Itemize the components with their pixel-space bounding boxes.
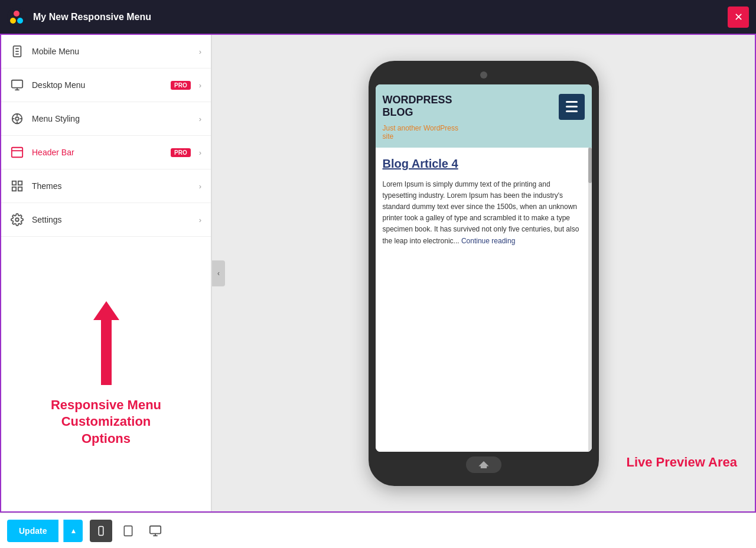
app-logo bbox=[7, 8, 26, 27]
sidebar-item-label: Themes bbox=[32, 181, 191, 191]
themes-icon bbox=[11, 180, 24, 193]
pro-badge: PRO bbox=[171, 81, 191, 90]
sidebar-item-menu-styling[interactable]: Menu Styling › bbox=[1, 102, 211, 136]
wp-header: WORDPRESS BLOG Just another WordPress si… bbox=[376, 84, 592, 148]
live-preview-label: Live Preview Area bbox=[626, 455, 737, 470]
phone-screen: WORDPRESS BLOG Just another WordPress si… bbox=[376, 84, 592, 452]
tablet-view-button[interactable] bbox=[117, 520, 139, 542]
hamburger-menu-button[interactable] bbox=[559, 94, 585, 120]
sidebar-item-themes[interactable]: Themes › bbox=[1, 169, 211, 203]
sidebar: Mobile Menu › Desktop Menu PRO › bbox=[1, 35, 212, 511]
svg-rect-28 bbox=[150, 526, 161, 533]
chevron-icon: › bbox=[199, 216, 201, 224]
app-title: My New Responsive Menu bbox=[33, 12, 721, 22]
update-arrow-button[interactable]: ▲ bbox=[63, 520, 83, 542]
svg-rect-8 bbox=[12, 80, 22, 88]
sidebar-item-header-bar[interactable]: Header Bar PRO › bbox=[1, 136, 211, 169]
phone-mockup: WORDPRESS BLOG Just another WordPress si… bbox=[369, 61, 599, 486]
sidebar-item-label: Header Bar bbox=[32, 148, 159, 157]
hamburger-line bbox=[566, 101, 578, 103]
pro-badge: PRO bbox=[171, 148, 191, 157]
sidebar-item-label: Settings bbox=[32, 215, 191, 224]
wp-site-title: WORDPRESS BLOG bbox=[383, 94, 459, 119]
chevron-icon: › bbox=[199, 182, 201, 191]
wp-article-content: Blog Article 4 Lorem Ipsum is simply dum… bbox=[376, 148, 592, 452]
continue-reading-link[interactable]: Continue reading bbox=[461, 237, 515, 245]
close-button[interactable]: ✕ bbox=[728, 6, 749, 28]
wp-tagline: Just another WordPress site bbox=[383, 124, 459, 141]
svg-point-3 bbox=[17, 18, 23, 24]
svg-rect-19 bbox=[12, 181, 16, 185]
svg-point-23 bbox=[15, 218, 19, 221]
hamburger-lines bbox=[566, 101, 578, 112]
svg-point-1 bbox=[14, 11, 19, 17]
phone-home-bar bbox=[466, 456, 501, 473]
sidebar-bottom: Responsive Menu Customization Options bbox=[1, 237, 211, 511]
wp-article-body: Lorem Ipsum is simply dummy text of the … bbox=[383, 179, 585, 247]
arrow-wrapper bbox=[93, 301, 119, 385]
svg-rect-24 bbox=[99, 526, 104, 535]
top-bar: My New Responsive Menu ✕ bbox=[0, 0, 756, 34]
desktop-view-button[interactable] bbox=[144, 520, 167, 542]
wp-site-info: WORDPRESS BLOG Just another WordPress si… bbox=[383, 94, 459, 141]
customization-text: Responsive Menu Customization Options bbox=[51, 397, 161, 448]
mobile-view-button[interactable] bbox=[90, 520, 112, 542]
chevron-icon: › bbox=[199, 47, 201, 56]
svg-point-0 bbox=[7, 8, 26, 27]
svg-rect-22 bbox=[18, 187, 22, 191]
chevron-icon: › bbox=[199, 115, 201, 123]
svg-point-2 bbox=[10, 18, 16, 24]
wp-content-wrapper: Blog Article 4 Lorem Ipsum is simply dum… bbox=[376, 148, 592, 452]
update-button[interactable]: Update bbox=[7, 520, 58, 542]
arrow-shaft bbox=[101, 320, 112, 385]
sidebar-item-label: Mobile Menu bbox=[32, 47, 191, 56]
collapse-sidebar-button[interactable]: ‹ bbox=[212, 260, 225, 286]
sidebar-item-label: Menu Styling bbox=[32, 114, 191, 123]
scroll-thumb bbox=[588, 148, 592, 183]
desktop-menu-icon bbox=[11, 79, 24, 92]
svg-rect-17 bbox=[12, 148, 22, 158]
chevron-icon: › bbox=[199, 81, 201, 90]
svg-rect-21 bbox=[12, 187, 16, 191]
footer-bar: Update ▲ bbox=[0, 513, 756, 548]
sidebar-item-label: Desktop Menu bbox=[32, 80, 159, 90]
scrollbar[interactable] bbox=[588, 148, 592, 452]
chevron-icon: › bbox=[199, 148, 201, 157]
sidebar-item-desktop-menu[interactable]: Desktop Menu PRO › bbox=[1, 68, 211, 102]
main-layout: Mobile Menu › Desktop Menu PRO › bbox=[0, 34, 756, 513]
svg-rect-26 bbox=[125, 526, 132, 536]
mobile-menu-icon bbox=[11, 45, 24, 58]
wp-article-title: Blog Article 4 bbox=[383, 157, 585, 171]
arrow-head bbox=[93, 301, 119, 320]
hamburger-line bbox=[566, 110, 578, 112]
svg-rect-20 bbox=[18, 181, 22, 185]
preview-area: ‹ WORDPRESS BLOG Just another WordPress … bbox=[212, 35, 755, 511]
phone-camera bbox=[480, 71, 487, 79]
sidebar-item-mobile-menu[interactable]: Mobile Menu › bbox=[1, 35, 211, 68]
sidebar-item-settings[interactable]: Settings › bbox=[1, 203, 211, 237]
hamburger-line bbox=[566, 106, 578, 107]
svg-point-12 bbox=[15, 117, 19, 120]
menu-styling-icon bbox=[11, 112, 24, 125]
settings-icon bbox=[11, 213, 24, 226]
header-bar-icon bbox=[11, 146, 24, 159]
